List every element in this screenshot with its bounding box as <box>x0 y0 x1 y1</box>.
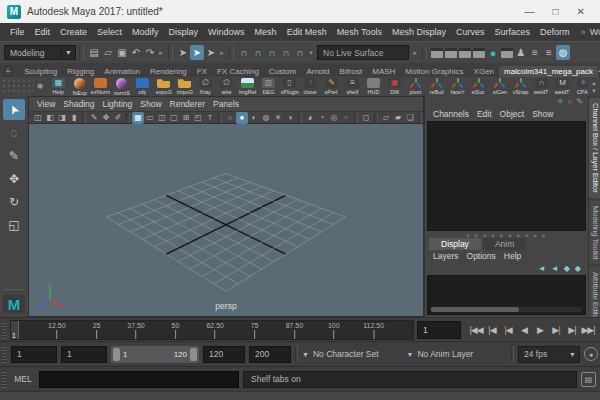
viewport-icon[interactable] <box>298 113 302 123</box>
shelf-item[interactable]: vSnap <box>510 78 531 96</box>
shelf-item[interactable]: ≡ shelf <box>342 78 363 96</box>
channel-box-menu-item[interactable]: Edit <box>474 109 495 119</box>
live-surface-field[interactable]: No Live Surface <box>317 45 409 60</box>
shelf-tab[interactable]: XGen <box>469 66 499 77</box>
resolution-gate-icon[interactable]: ◫ <box>156 112 168 124</box>
step-back-frame-button[interactable]: |◀ <box>500 321 516 339</box>
shelf-item[interactable]: stSur <box>468 78 489 96</box>
shelf-tab[interactable]: MASH <box>367 66 400 77</box>
panel-menu-item[interactable]: View <box>34 99 58 109</box>
safe-action-icon[interactable]: ◰ <box>192 112 204 124</box>
viewport-icon[interactable] <box>126 113 130 123</box>
channel-box-menu-item[interactable]: Object <box>497 109 528 119</box>
snap-curve-icon[interactable]: ∩ <box>251 45 265 60</box>
minimize-button[interactable]: — <box>525 6 535 17</box>
menu-item[interactable]: Mesh Display <box>387 27 451 37</box>
select-object-icon[interactable]: ➤ <box>190 45 204 60</box>
viewport-canvas[interactable]: y x z persp <box>29 124 423 316</box>
chevron-down-icon[interactable]: ▼ <box>407 351 414 358</box>
playback-start-field[interactable]: 1 <box>61 346 107 363</box>
make-live-icon[interactable]: ∩ <box>293 45 307 60</box>
viewport-icon[interactable] <box>418 113 422 123</box>
move-layer-up-icon[interactable]: ◄ <box>538 264 546 273</box>
layer-editor-menu-item[interactable]: Layers <box>430 251 462 261</box>
step-forward-frame-button[interactable]: ▶| <box>548 321 564 339</box>
select-hierarchy-icon[interactable]: ➤ <box>176 45 190 60</box>
channel-box-list[interactable] <box>427 121 586 231</box>
create-layer-from-selected-icon[interactable]: ◆ <box>575 264 581 273</box>
script-editor-icon[interactable]: ▤ <box>581 372 596 387</box>
anim-layer-select[interactable]: No Anim Layer <box>417 349 507 359</box>
scrollbar-thumb[interactable] <box>431 307 519 312</box>
xray-icon[interactable]: ▱ <box>380 112 392 124</box>
shelf-tab[interactable]: Sculpting <box>19 66 62 77</box>
shelf-item[interactable]: ∅ wire <box>216 78 237 96</box>
sidebar-tab[interactable]: Modeling Toolkit <box>589 201 600 265</box>
ipr-render-icon[interactable] <box>458 45 472 60</box>
snap-plane-icon[interactable]: ∩ <box>279 45 293 60</box>
viewport-icon[interactable] <box>82 113 86 123</box>
drag-handle[interactable] <box>2 370 7 388</box>
command-language-label[interactable]: MEL <box>11 374 35 384</box>
menu-item[interactable]: Mesh <box>250 27 282 37</box>
save-scene-icon[interactable]: ▣ <box>115 45 129 60</box>
wireframe-on-shaded-icon[interactable]: ◐ <box>248 112 260 124</box>
shelf-item[interactable]: normS <box>111 78 132 96</box>
menu-item[interactable]: Edit <box>30 27 56 37</box>
close-button[interactable]: ✕ <box>577 6 585 17</box>
paint-select-tool[interactable]: ✎ <box>3 145 25 166</box>
camera-lock-icon[interactable]: ◧ <box>44 112 56 124</box>
panel-menu-item[interactable]: Show <box>137 99 164 109</box>
layer-editor-tab[interactable]: Anim <box>483 238 526 250</box>
shelf-item[interactable]: ▦ Help <box>48 78 69 96</box>
layer-list[interactable] <box>427 275 586 315</box>
panel-menu-item[interactable]: Renderer <box>167 99 208 109</box>
menu-item[interactable]: Edit Mesh <box>282 27 332 37</box>
animation-end-field[interactable]: 200 <box>249 346 291 363</box>
range-slider[interactable]: 1 120 <box>111 346 199 363</box>
drag-handle[interactable] <box>2 345 7 363</box>
shelf-item[interactable]: ezNorm <box>90 78 111 96</box>
menu-item[interactable]: File <box>5 27 30 37</box>
field-chart-icon[interactable]: ⊞ <box>180 112 192 124</box>
panel-menu-item[interactable]: Lighting <box>99 99 135 109</box>
grease-pencil-icon[interactable]: ✐ <box>112 112 124 124</box>
character-controls-icon[interactable]: ♟ <box>514 45 528 60</box>
film-gate-icon[interactable]: ▭ <box>144 112 156 124</box>
sidebar-tab[interactable]: Channel Box / Layer Editor <box>589 98 600 198</box>
motion-blur-icon[interactable]: ◔ <box>316 112 328 124</box>
play-forwards-button[interactable]: ▶ <box>532 321 548 339</box>
render-settings-icon[interactable] <box>500 45 514 60</box>
camera-select-icon[interactable]: ◫ <box>32 112 44 124</box>
animation-start-field[interactable]: 1 <box>11 346 57 363</box>
shadows-icon[interactable]: ◑ <box>284 112 296 124</box>
menu-item[interactable]: Curves <box>451 27 490 37</box>
shelf-item[interactable]: stCen <box>489 78 510 96</box>
character-set-select[interactable]: No Character Set <box>313 349 403 359</box>
tool-settings-toggle-icon[interactable]: ≡ <box>528 45 542 60</box>
menu-item[interactable]: Deform <box>535 27 575 37</box>
shelf-item[interactable]: ✎ sPref <box>321 78 342 96</box>
shelf-item[interactable]: ▥ DEG <box>258 78 279 96</box>
menu-set-select[interactable]: Modeling ▼ <box>4 45 76 60</box>
shelf-scroll-down-icon[interactable]: ▼ <box>591 88 597 94</box>
render-view-icon[interactable] <box>430 45 444 60</box>
chevron-down-icon[interactable]: ▼ <box>302 351 309 358</box>
shelf-tabs-menu-icon[interactable]: ▪▪ <box>5 66 11 76</box>
move-tool[interactable]: ✥ <box>3 168 25 189</box>
shelf-tab[interactable]: Animation <box>99 66 145 77</box>
new-scene-icon[interactable]: ▤ <box>87 45 101 60</box>
shelf-scroll-up-icon[interactable]: ▲ <box>591 80 597 86</box>
isolate-select-icon[interactable]: ◻ <box>360 112 372 124</box>
auto-keyframe-button[interactable]: ● <box>584 347 598 361</box>
hypershade-icon[interactable]: ● <box>486 45 500 60</box>
group-expand-icon[interactable]: ▸ <box>218 45 226 60</box>
2d-pan-zoom-icon[interactable]: ✥ <box>100 112 112 124</box>
depth-of-field-icon[interactable]: ▫ <box>340 112 352 124</box>
shelf-item[interactable]: fbExp <box>69 78 90 96</box>
ambient-occlusion-icon[interactable]: ◕ <box>304 112 316 124</box>
camera-bookmark-icon[interactable]: ◨ <box>56 112 68 124</box>
shelf-grip[interactable] <box>2 79 34 94</box>
current-frame-marker[interactable]: 1 <box>11 321 19 339</box>
rotate-tool[interactable]: ↻ <box>3 191 25 212</box>
